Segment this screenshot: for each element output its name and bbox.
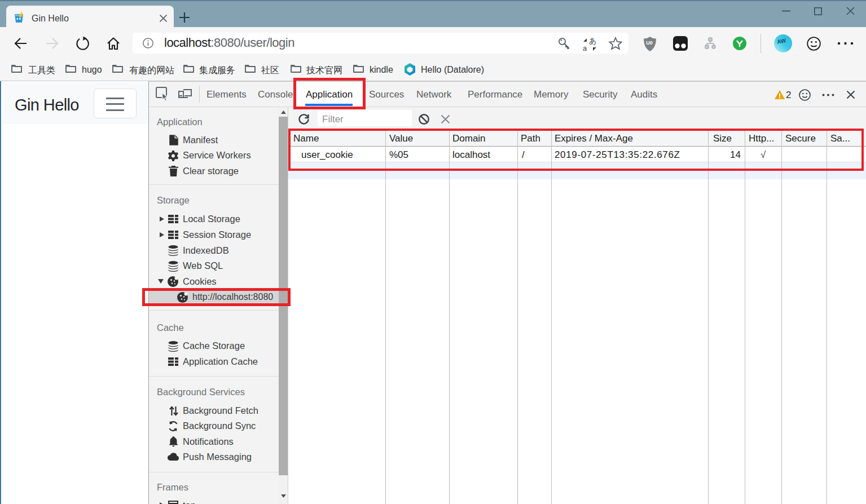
svg-text:あ: あ: [589, 37, 596, 45]
svg-text:U0: U0: [646, 40, 653, 46]
svg-text:a: a: [583, 44, 587, 52]
